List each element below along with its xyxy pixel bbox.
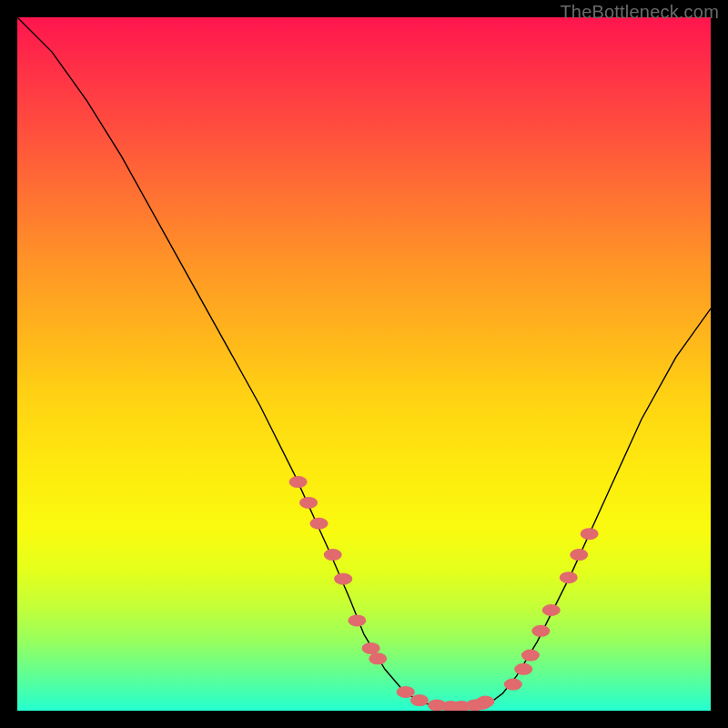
marker-dot [504,679,522,691]
chart-plot-area [17,17,711,711]
marker-dot [531,625,550,637]
watermark-text: TheBottleneck.com [560,2,719,23]
marker-dot [514,663,532,675]
marker-dot [309,518,328,530]
marker-dot [542,604,561,616]
marker-dot [348,614,366,626]
marker-dot [324,549,342,561]
marker-dot [560,571,578,583]
marker-dot [397,686,415,698]
bottleneck-curve [17,17,711,707]
chart-svg [17,17,711,711]
marker-dot [334,573,352,585]
marker-dot [521,650,540,662]
marker-dot [476,696,494,708]
marker-dot [581,528,599,540]
highlighted-points-group [289,476,599,711]
marker-dot [570,549,588,561]
marker-dot [410,694,429,706]
marker-dot [369,652,387,664]
marker-dot [362,642,380,654]
marker-dot [289,476,308,488]
marker-dot [299,497,318,509]
